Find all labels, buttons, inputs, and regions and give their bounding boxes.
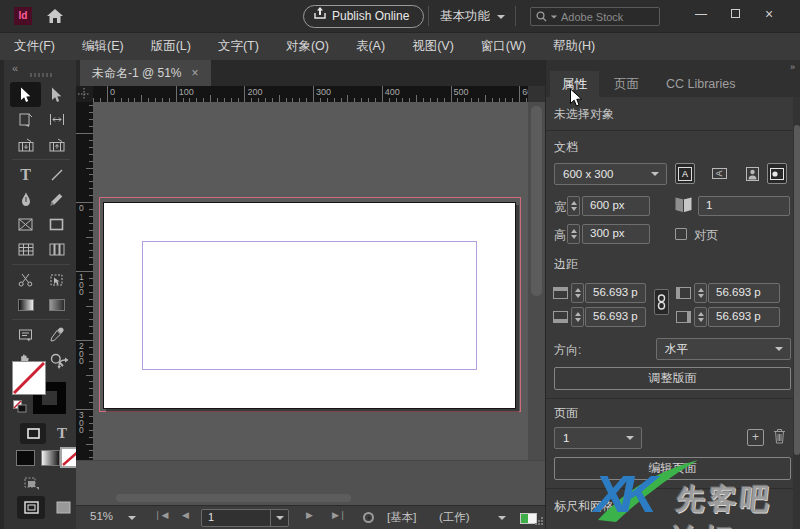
maximize-button[interactable] [724,4,746,24]
selection-tool[interactable] [10,82,41,107]
content-collector-tool[interactable] [10,132,41,157]
facing-pages-checkbox[interactable] [675,228,687,240]
doc-binding-portrait-button[interactable] [742,163,762,184]
margin-inner-field[interactable]: 56.693 p [708,283,780,303]
page-size-dropdown[interactable]: 600 x 300 [554,163,667,185]
menu-object[interactable]: 对象(O) [286,38,329,55]
menu-file[interactable]: 文件(F) [14,38,55,55]
width-stepper[interactable] [567,196,580,216]
margin-bottom-field[interactable]: 56.693 p [585,307,646,327]
menu-edit[interactable]: 编辑(E) [82,38,124,55]
doc-orientation-landscape-button[interactable]: A [710,163,730,184]
gap-tool[interactable] [41,107,72,132]
format-container-button[interactable] [20,423,46,444]
adjust-layout-button[interactable]: 调整版面 [554,367,791,390]
first-page-button[interactable]: ❘◀ [154,510,168,520]
panel-scrollbar[interactable] [793,97,800,529]
menu-type[interactable]: 文字(T) [218,38,259,55]
width-field[interactable]: 600 px [582,196,650,216]
direct-selection-tool[interactable] [41,82,72,107]
document-page[interactable] [103,202,516,409]
height-stepper[interactable] [567,224,580,244]
table-tool[interactable] [10,237,41,262]
margin-top-stepper[interactable] [571,283,584,303]
screen-mode-normal-button[interactable] [17,496,45,519]
pen-tool[interactable] [10,187,41,212]
menu-layout[interactable]: 版面(L) [151,38,191,55]
orientation-dropdown[interactable]: 水平 [656,338,791,360]
workspace-switcher[interactable]: 基本功能 [440,8,505,25]
next-page-button[interactable]: ▶ [306,510,313,520]
add-page-button[interactable]: + [747,429,764,446]
pencil-tool[interactable] [41,187,72,212]
delete-page-button[interactable] [773,428,786,448]
pages-count-field[interactable]: 1 [698,196,790,216]
menu-help[interactable]: 帮助(H) [553,38,595,55]
view-options-icon[interactable] [20,474,40,494]
document-tab[interactable]: 未命名-1 @ 51% × [80,60,211,86]
panel-grip[interactable] [30,73,52,77]
ruler-origin-control[interactable] [76,86,93,102]
vertical-ruler[interactable]: 0100200300 [76,102,93,460]
current-page-dropdown[interactable]: 1 [554,427,642,449]
minimize-button[interactable]: — [690,4,712,24]
link-margins-button[interactable] [654,289,669,315]
zoom-dropdown-chevron-icon[interactable] [128,516,136,520]
gradient-feather-tool[interactable] [41,292,72,317]
margin-outer-field[interactable]: 56.693 p [708,307,780,327]
panel-scrollbar-thumb[interactable] [794,125,800,455]
vertical-scrollbar-thumb[interactable] [531,106,542,296]
menu-table[interactable]: 表(A) [356,38,385,55]
last-page-button[interactable]: ▶❘ [332,510,346,520]
note-tool[interactable] [10,322,41,347]
preflight-menu-chevron-icon[interactable] [498,516,506,520]
rectangle-tool[interactable] [41,212,72,237]
fill-color-swatch[interactable] [12,361,46,395]
zoom-level[interactable]: 51% [90,510,113,522]
margin-bottom-stepper[interactable] [571,307,584,327]
close-button[interactable]: × [758,4,780,24]
eyedropper-tool[interactable] [41,322,72,347]
tab-pages[interactable]: 页面 [602,71,651,97]
margin-outer-stepper[interactable] [694,307,707,327]
gradient-tool[interactable] [10,292,41,317]
previous-page-button[interactable]: ◀ [182,510,189,520]
margin-top-field[interactable]: 56.693 p [585,283,646,303]
height-field[interactable]: 300 px [582,224,650,244]
margin-inner-stepper[interactable] [694,283,707,303]
page-dropdown-chevron-icon[interactable] [270,510,288,526]
apply-gradient-button[interactable] [41,450,60,466]
apply-color-button[interactable] [16,450,35,466]
collapse-panel-icon[interactable]: « [12,62,18,74]
resize-grip-icon[interactable] [535,515,543,527]
edit-pages-button[interactable]: 编辑页面 [554,457,791,480]
expand-panels-icon[interactable]: » [790,62,795,72]
menu-view[interactable]: 视图(V) [412,38,454,55]
page-tool[interactable] [10,107,41,132]
pasteboard[interactable] [93,102,528,460]
swap-fill-stroke-icon[interactable] [57,357,70,372]
search-input[interactable]: Adobe Stock [530,7,660,26]
home-icon[interactable] [46,7,64,25]
doc-binding-landscape-button[interactable] [767,163,787,184]
content-placer-tool[interactable] [41,132,72,157]
line-tool[interactable] [41,162,72,187]
scissors-tool[interactable] [10,267,41,292]
publish-online-button[interactable]: Publish Online [303,5,424,28]
tab-cc-libraries[interactable]: CC Libraries [654,71,747,97]
preflight-icon[interactable] [363,512,374,523]
close-tab-icon[interactable]: × [192,66,199,80]
screen-mode-preview-button[interactable] [49,496,77,519]
column-grid-tool[interactable] [41,237,72,262]
horizontal-scrollbar-thumb[interactable] [116,494,351,502]
doc-orientation-portrait-button[interactable]: A [675,163,695,184]
default-fill-stroke-icon[interactable] [13,399,27,417]
frame-tool[interactable] [10,212,41,237]
type-tool[interactable]: T [10,162,41,187]
free-transform-tool[interactable] [41,267,72,292]
preflight-profile[interactable]: [基本] [387,510,416,525]
horizontal-ruler[interactable]: 0100200300400500600 [93,86,528,102]
vertical-scrollbar[interactable] [528,102,545,460]
page-number-field[interactable]: 1 [201,509,289,527]
format-text-button[interactable]: T [50,423,74,444]
